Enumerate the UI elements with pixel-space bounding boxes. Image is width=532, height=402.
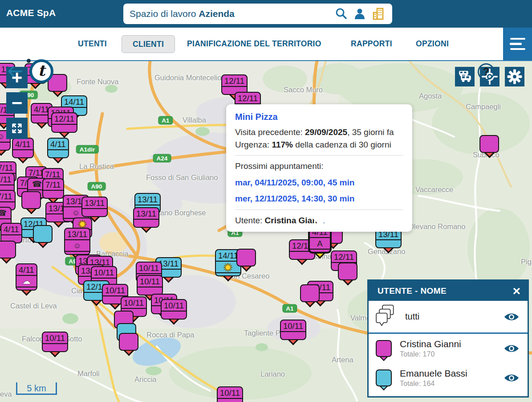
map-pin[interactable]: 10/11 <box>280 320 306 340</box>
customer-popup: Mini Pizza Visita precedente: 29/09/2025… <box>226 104 412 232</box>
pin-box: 13/11☺ <box>64 228 90 255</box>
map[interactable]: Fonte NuovaGuidonia MontecelioSacco Muro… <box>0 60 532 402</box>
help-icon[interactable]: ? <box>478 63 495 80</box>
map-pin[interactable] <box>0 241 16 258</box>
map-pin[interactable] <box>236 249 256 267</box>
pin-body <box>301 285 319 301</box>
map-pin[interactable]: 13/11 <box>133 207 159 228</box>
nav-item-utenti[interactable]: UTENTI <box>78 28 107 60</box>
map-pin[interactable]: 10/11 <box>137 275 163 295</box>
stacked-pins-icon <box>376 304 399 329</box>
back-arrow-icon[interactable] <box>6 65 23 80</box>
pin-box <box>119 333 138 351</box>
workspace-search[interactable]: Spazio di lavoro Azienda <box>123 4 392 24</box>
map-pin[interactable]: 7/11 <box>42 178 64 199</box>
pin-date-label: 7/11 <box>43 179 63 191</box>
user-total: Totale: 164 <box>400 380 467 388</box>
pin-date-label: 12/11 <box>236 93 260 104</box>
pin-date-label: 10/11 <box>43 332 67 344</box>
nav-item-opzioni[interactable]: OPZIONI <box>416 28 449 60</box>
company-building-icon[interactable] <box>371 6 386 21</box>
pin-date-label: 7/11 <box>0 174 14 185</box>
pin-date-label: 13/11 <box>134 208 158 220</box>
phone-icon: ☎ <box>0 208 11 219</box>
nav-item-clienti[interactable]: CLIENTI <box>122 35 175 53</box>
map-pin[interactable]: 4/11☁ <box>16 263 37 291</box>
map-pin[interactable]: 10/11 <box>161 299 187 320</box>
eye-icon[interactable] <box>504 312 520 322</box>
user-text: Cristina GianniTotale: 170 <box>400 339 461 358</box>
pin-date-label: A <box>310 238 330 250</box>
app-logo[interactable]: t <box>29 59 53 83</box>
user-text: Emanuele BassiTotale: 164 <box>400 368 467 388</box>
close-icon[interactable]: × <box>512 285 520 297</box>
user-pin-icon <box>376 340 392 357</box>
pin-body <box>237 250 255 266</box>
pin-box <box>338 263 357 280</box>
map-place-label: Fosso di San Giuliano <box>146 173 218 182</box>
pin-body <box>82 209 107 216</box>
pin-box: 10/11 <box>161 299 187 320</box>
user-name: Cristina Gianni <box>400 339 461 349</box>
map-pin[interactable] <box>119 333 138 351</box>
pin-date-label: 10/11 <box>103 285 127 296</box>
pin-date-label: 7/11 <box>0 191 15 202</box>
nav-item-rapporti[interactable]: RAPPORTI <box>351 28 392 60</box>
search-icon[interactable] <box>333 6 349 21</box>
pin-date-label: 4/11 <box>16 264 37 276</box>
pin-body <box>218 399 242 402</box>
map-pin[interactable] <box>21 191 41 209</box>
map-place-label: eva <box>0 390 12 398</box>
settings-button[interactable] <box>505 67 524 86</box>
pin-box: 4/11☁ <box>16 263 37 291</box>
pin-date-label: 13/11 <box>65 229 89 240</box>
zoom-out-button[interactable]: − <box>6 92 28 114</box>
appointment-entry[interactable]: mer, 12/11/2025, 14:30, 30 min <box>235 193 403 205</box>
appointment-entry[interactable]: mar, 04/11/2025, 09:00, 45 min <box>235 176 403 189</box>
user-name: Emanuele Bassi <box>400 368 467 379</box>
legend-row-all-users[interactable]: tutti <box>369 301 528 334</box>
pin-date-label: 10/11 <box>218 387 242 399</box>
eye-icon[interactable] <box>504 373 520 383</box>
brand-name: ACME SpA <box>6 8 56 18</box>
smile-icon: ☺ <box>65 240 89 252</box>
eye-icon[interactable] <box>504 343 520 354</box>
map-pin[interactable]: 4/11 <box>47 138 69 158</box>
map-pin[interactable]: 10/11 <box>217 386 243 402</box>
pin-box: 10/11 <box>137 275 163 295</box>
legend-row-user[interactable]: Emanuele BassiTotale: 164 <box>369 363 528 393</box>
pin-body <box>310 250 330 252</box>
map-pin[interactable]: 4/11 <box>12 138 34 158</box>
fullscreen-button[interactable] <box>6 118 28 139</box>
gear-icon <box>506 68 523 85</box>
map-pin[interactable] <box>33 225 53 243</box>
pin-box <box>300 284 320 302</box>
map-place-label: Guidonia Montecelio <box>154 74 221 82</box>
user-icon[interactable] <box>352 6 367 21</box>
map-place-label: ntano Borghese <box>154 209 206 217</box>
legend-row-user[interactable]: Cristina GianniTotale: 170 <box>369 334 528 363</box>
traffic-button[interactable] <box>455 67 475 86</box>
map-pin[interactable] <box>300 284 320 302</box>
pin-body <box>134 220 158 227</box>
map-pin[interactable]: 12/11 <box>51 112 77 133</box>
map-pin[interactable] <box>338 263 357 280</box>
map-pin[interactable]: 13/11☺ <box>64 228 90 255</box>
pin-date-label: 10/11 <box>122 297 146 309</box>
pin-body <box>13 150 33 157</box>
popup-title[interactable]: Mini Pizza <box>235 111 403 123</box>
pin-body <box>120 334 138 350</box>
nav-item-pianificazione-del-territorio[interactable]: PIANIFICAZIONE DEL TERRITORIO <box>187 28 321 60</box>
pin-box: 10/11 <box>280 320 306 340</box>
map-pin[interactable]: 10/11 <box>42 332 68 352</box>
map-pin[interactable]: 13/11 <box>81 197 108 217</box>
pin-box: 12/11 <box>51 112 77 133</box>
map-place-label: Marfoli <box>77 369 100 378</box>
legend-title: UTENTE - NOME <box>378 286 512 296</box>
hamburger-menu-icon[interactable] <box>503 28 532 60</box>
nav-bar: t UTENTICLIENTIPIANIFICAZIONE DEL TERRIT… <box>0 28 532 60</box>
previous-visit-line: Visita precedente: 29/09/2025, 35 giorni… <box>235 126 403 139</box>
pin-date-label: 10/11 <box>138 276 162 287</box>
pin-box <box>21 191 41 209</box>
map-pin[interactable] <box>479 135 499 153</box>
